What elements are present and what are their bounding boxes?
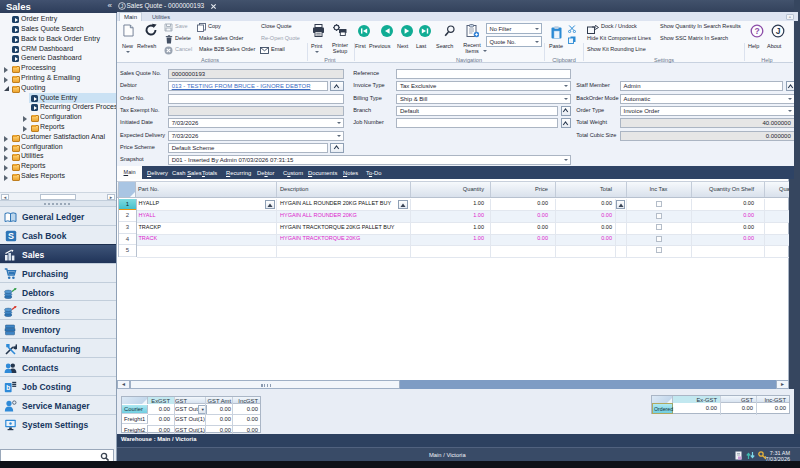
svg-text:J: J: [121, 3, 124, 9]
svg-text:b: b: [6, 384, 10, 391]
svg-text:?: ?: [754, 26, 759, 36]
svg-text:S: S: [8, 231, 14, 241]
svg-text:J: J: [776, 26, 781, 36]
